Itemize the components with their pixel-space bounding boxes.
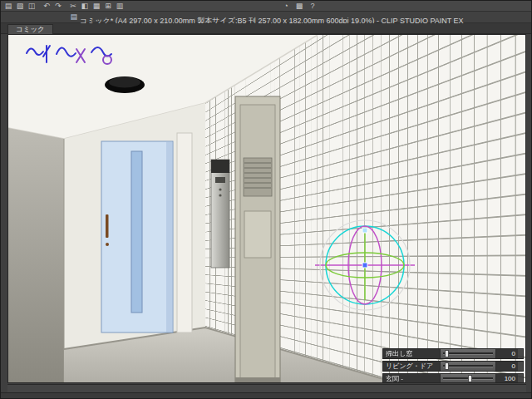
help-icon[interactable]: ? (307, 1, 318, 12)
rotate-view-icon[interactable]: ◔ (280, 1, 292, 12)
canvas-tab-bar: コミック (1, 23, 532, 34)
command-bar: ▤ ▧ ◫ ↶ ↷ ✂ ◧ ▦ ⊞ ▥ ◔ ▩ ? (1, 1, 532, 12)
slider-handle[interactable] (445, 350, 449, 357)
cabinet-plate (244, 211, 271, 258)
part-value: 0 (496, 349, 518, 358)
cabinet-base-shadow (235, 377, 280, 382)
gizmo-top-handle[interactable] (362, 228, 367, 233)
part-row-entrance: 玄関 - 100 (382, 373, 524, 382)
cut-icon[interactable]: ✂ (67, 1, 79, 12)
status-bar (1, 392, 532, 399)
open-file-icon[interactable]: ▧ (14, 1, 26, 12)
copy-icon[interactable]: ◧ (79, 1, 91, 12)
door-handle (106, 214, 109, 238)
part-value: 100 (496, 374, 518, 382)
elevator-panel (211, 160, 229, 268)
utility-cabinet (235, 96, 280, 382)
document-icon: ▤ (70, 12, 77, 22)
slider-groove (443, 365, 493, 367)
3d-object-parts-panel: 掃出し窓 0 リビング・ドア 0 玄関 - (382, 348, 524, 382)
elevator-panel-slot (215, 177, 225, 183)
paste-icon[interactable]: ▦ (91, 1, 102, 12)
door-stripe (131, 151, 142, 313)
save-icon[interactable]: ◫ (26, 1, 37, 12)
elevator-button (219, 188, 221, 190)
gizmo-center-handle[interactable] (362, 263, 367, 268)
undo-icon[interactable]: ↶ (41, 1, 52, 12)
new-canvas-icon[interactable]: ▤ (2, 1, 14, 12)
elevator-panel-display (211, 160, 229, 173)
blue-door (101, 141, 173, 332)
ruler-icon[interactable]: ▥ (114, 1, 126, 12)
slider-handle[interactable] (445, 362, 449, 370)
part-slider[interactable] (440, 362, 496, 371)
tab-comic[interactable]: コミック (7, 24, 53, 34)
app-window: ▤ ▧ ◫ ↶ ↷ ✂ ◧ ▦ ⊞ ▥ ◔ ▩ ? ▤コミック* (A4 297… (0, 0, 532, 399)
elevator-button (219, 194, 221, 196)
part-label: 掃出し窓 (383, 349, 440, 358)
cabinet-vent (244, 158, 272, 196)
title-bar: ▤コミック* (A4 297.00 x 210.00mm 製本サイズ:B5 刊 … (1, 12, 532, 23)
part-row-window: 掃出し窓 0 (382, 348, 524, 359)
canvas-navigation-bar: ◱−+▭↺↻19.0% (7, 384, 526, 392)
scene-overlay (8, 35, 525, 382)
slider-handle[interactable] (468, 375, 472, 382)
part-row-living-door: リビング・ドア 0 (382, 361, 524, 372)
part-label: リビング・ドア (383, 362, 440, 371)
3d-scene-viewport[interactable]: 掃出し窓 0 リビング・ドア 0 玄関 - (8, 35, 525, 382)
ceiling-light-inner (109, 77, 140, 88)
part-slider[interactable] (440, 374, 496, 382)
part-label: 玄関 - (383, 374, 440, 382)
part-slider[interactable] (440, 349, 496, 358)
door-shadow-edge (166, 142, 172, 332)
3d-manipulator-gizmo[interactable] (315, 220, 415, 310)
left-wall (8, 128, 64, 382)
door-lock (106, 243, 109, 246)
slider-groove (443, 352, 493, 355)
grid-icon[interactable]: ⊞ (102, 1, 114, 12)
part-value: 0 (496, 362, 518, 371)
redo-icon[interactable]: ↷ (52, 1, 64, 12)
door-jamb (177, 133, 192, 332)
document-canvas[interactable]: 掃出し窓 0 リビング・ドア 0 玄関 - (7, 34, 526, 383)
display-settings-icon[interactable]: ▩ (293, 1, 305, 12)
